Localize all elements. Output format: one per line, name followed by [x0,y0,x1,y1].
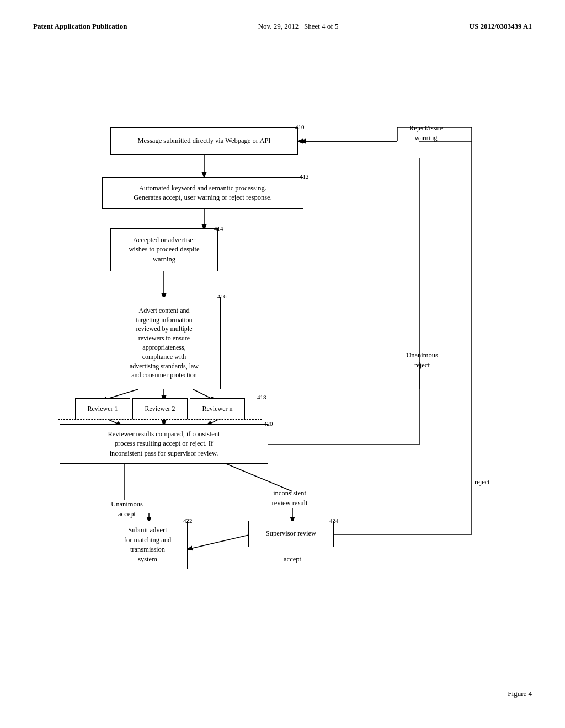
node-number-424: 424 [329,517,339,524]
node-420: Reviewer results compared, if consistent… [60,424,268,464]
reviewer-1-box: Reviewer 1 [75,398,130,419]
node-414-text: Accepted or advertiserwishes to proceed … [129,235,199,265]
unanimous-reject-label: Unanimousreject [397,351,447,370]
unanimous-accept-label: Unanimousaccept [102,500,152,519]
node-412: Automated keyword and semantic processin… [102,177,303,209]
node-410-text: Message submitted directly via Webpage o… [137,136,270,146]
reviewer-n-box: Reviewer n [190,398,245,419]
node-414: Accepted or advertiserwishes to proceed … [110,228,218,271]
diagram-container: Message submitted directly via Webpage o… [0,42,565,715]
node-422-text: Submit advertfor matching andtransmissio… [124,526,171,564]
node-number-412: 412 [300,173,309,180]
header-sheet: Sheet 4 of 5 [304,22,338,30]
reviewer-1-label: Reviewer 1 [88,404,118,414]
node-number-414: 414 [214,225,223,232]
node-410: Message submitted directly via Webpage o… [110,127,298,155]
reviewer-2-box: Reviewer 2 [132,398,188,419]
header-left: Patent Application Publication [33,22,127,31]
node-number-416: 416 [217,293,227,299]
figure-label: Figure 4 [508,689,532,698]
node-number-410: 410 [295,124,305,130]
svg-line-13 [188,534,251,549]
node-420-text: Reviewer results compared, if consistent… [108,430,220,459]
node-number-422: 422 [183,517,193,524]
reviewer-group-418: Reviewer 1 Reviewer 2 Reviewer n [58,398,262,420]
reviewer-2-label: Reviewer 2 [145,404,175,414]
reviewer-n-label: Reviewer n [202,404,233,414]
node-422: Submit advertfor matching andtransmissio… [108,521,188,569]
reject-issue-warning-label: Reject/issuewarning [398,124,454,143]
node-number-418: 418 [257,394,266,400]
header-date: Nov. 29, 2012 [258,22,299,30]
node-number-420: 420 [264,420,273,427]
node-416-text: Advert content andtargeting informationr… [130,306,199,380]
accept-label: accept [270,555,315,565]
node-424: Supervisor review [248,521,334,547]
inconsistent-label: inconsistentreview result [259,489,320,508]
node-424-text: Supervisor review [266,529,316,539]
node-412-text: Automated keyword and semantic processin… [134,184,272,203]
reject-label: reject [475,478,508,488]
header-center: Nov. 29, 2012 Sheet 4 of 5 [258,22,339,31]
node-416: Advert content andtargeting informationr… [108,297,221,389]
header-right: US 2012/0303439 A1 [470,22,532,31]
page-header: Patent Application Publication Nov. 29, … [0,0,565,31]
svg-line-11 [226,464,292,491]
